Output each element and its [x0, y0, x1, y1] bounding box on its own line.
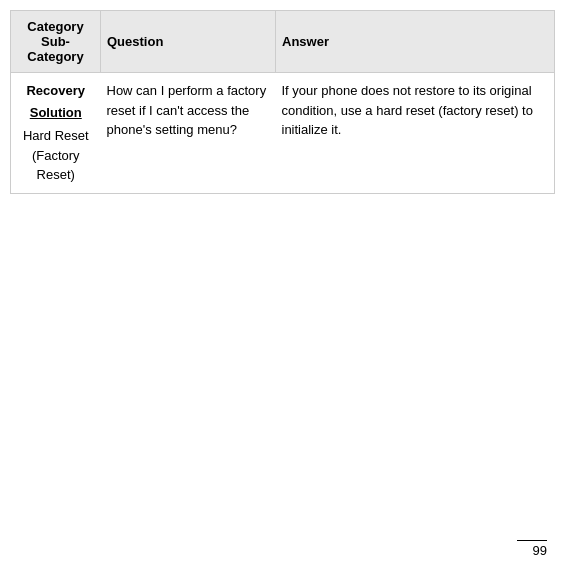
category-sub2-label: Hard Reset (Factory Reset) — [17, 126, 95, 185]
category-main-label: Recovery — [17, 81, 95, 101]
header-category: Category Sub-Category — [11, 11, 101, 73]
header-answer: Answer — [276, 11, 555, 73]
page-number-text: 99 — [533, 543, 547, 558]
faq-table: Category Sub-Category Question Answer Re… — [10, 10, 555, 194]
category-sub-label: Solution — [17, 103, 95, 123]
table-row: Recovery Solution Hard Reset (Factory Re… — [11, 73, 555, 194]
table-header-row: Category Sub-Category Question Answer — [11, 11, 555, 73]
page-number: 99 — [517, 540, 547, 558]
cell-question: How can I perform a factory reset if I c… — [101, 73, 276, 194]
page-container: Category Sub-Category Question Answer Re… — [0, 0, 565, 566]
cell-answer: If your phone does not restore to its or… — [276, 73, 555, 194]
cell-category: Recovery Solution Hard Reset (Factory Re… — [11, 73, 101, 194]
header-question: Question — [101, 11, 276, 73]
